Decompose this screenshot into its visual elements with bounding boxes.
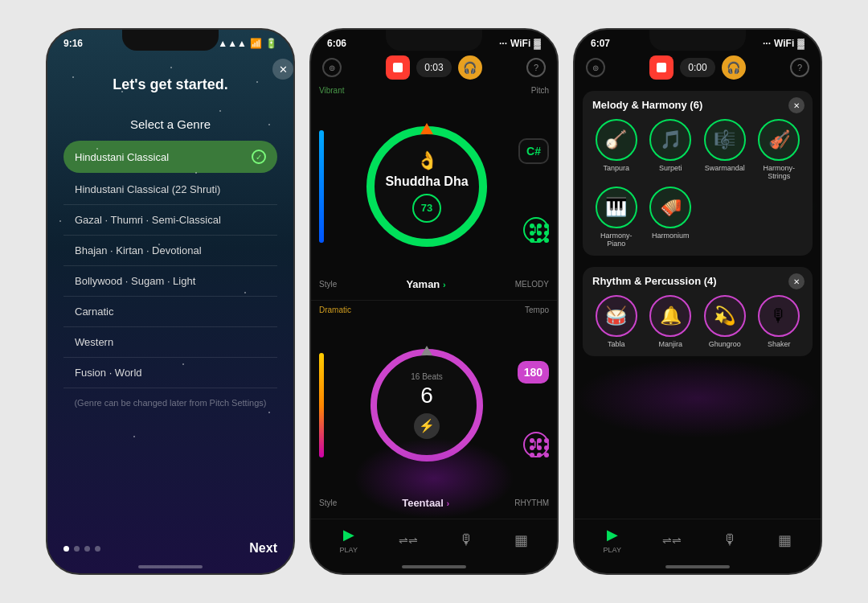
genre-item-gazal[interactable]: Gazal · Thumri · Semi-Classical [63, 205, 277, 236]
tanpura-label: Tanpura [603, 164, 629, 172]
rhythm-percussion-panel: Rhythm & Percussion (4) ✕ 🥁 Tabla 🔔 Manj… [583, 267, 813, 356]
instrument-harmony-piano[interactable]: 🎹 Harmony-Piano [592, 187, 641, 248]
manjira-label: Manjira [658, 340, 682, 348]
airplay-icon-3[interactable]: ⊚ [586, 58, 605, 77]
harmony-strings-circle: 🎻 [758, 119, 800, 161]
close-button[interactable]: ✕ [272, 59, 293, 80]
timer-badge-3: 0:00 [680, 58, 714, 77]
nav-mix[interactable]: ⇌⇌ [399, 534, 418, 547]
surpeti-label: Surpeti [659, 164, 682, 172]
rhythm-center: 16 Beats 6 ⚡ [329, 349, 525, 461]
genre-item-bollywood[interactable]: Bollywood · Sugam · Light [63, 266, 277, 297]
dot-3 [84, 546, 90, 552]
glow-purple [575, 358, 821, 438]
dot-2 [74, 546, 80, 552]
record-button-3[interactable] [649, 55, 674, 80]
next-button[interactable]: Next [249, 541, 277, 556]
genre-item-bhajan[interactable]: Bhajan · Kirtan · Devotional [63, 236, 277, 266]
genre-label-5: Carnatic [75, 306, 113, 318]
genre-label-6: Western [75, 336, 113, 348]
rhythm-panel-close[interactable]: ✕ [788, 273, 805, 289]
top-controls-3: ⊚ 0:00 🎧 ? [575, 52, 821, 86]
headphone-button[interactable]: 🎧 [458, 55, 482, 80]
pause-button-melody[interactable]: ⏸ [523, 217, 549, 243]
genre-item-hindustani-22[interactable]: Hindustani Classical (22 Shruti) [63, 174, 277, 205]
dramatic-label: Dramatic [319, 306, 549, 314]
genre-list: Hindustani Classical ✓ Hindustani Classi… [63, 141, 277, 388]
genre-item-fusion[interactable]: Fusion · World [63, 358, 277, 388]
genre-section-title: Select a Genre [130, 117, 211, 131]
battery-icon: 🔋 [265, 38, 277, 49]
swarmandal-label: Swarmandal [705, 164, 745, 172]
style-label-melody: Style [319, 280, 337, 289]
instrument-swarmandal[interactable]: 🎼 Swarmandal [701, 119, 749, 180]
rhythm-panel-title: Rhythm & Percussion (4) [592, 275, 803, 287]
nav-grid[interactable]: ▦ [514, 531, 528, 549]
genre-item-hindustani-classical[interactable]: Hindustani Classical ✓ [63, 141, 277, 173]
instrument-tabla[interactable]: 🥁 Tabla [592, 295, 641, 348]
dot-4 [95, 546, 100, 552]
manjira-circle: 🔔 [649, 295, 691, 337]
rhythm-ring[interactable]: 16 Beats 6 ⚡ [371, 349, 483, 461]
page-dots [63, 546, 100, 552]
harmony-strings-label: Harmony-Strings [755, 164, 804, 180]
home-bar-2 [402, 565, 466, 568]
genre-label-4: Bollywood · Sugam · Light [75, 275, 195, 287]
headphone-button-3[interactable]: 🎧 [722, 55, 746, 80]
vibrant-label: Vibrant [319, 86, 549, 95]
pitch-badge[interactable]: C# [518, 138, 549, 164]
help-button-3[interactable]: ? [790, 58, 809, 77]
instrument-tanpura[interactable]: 🪕 Tanpura [592, 119, 641, 180]
phone1-bottom: Next [47, 531, 293, 565]
time-1: 9:16 [63, 38, 83, 49]
nav-play-3[interactable]: ▶ PLAY [604, 526, 621, 554]
instrument-ghungroo[interactable]: 💫 Ghungroo [701, 295, 749, 348]
genre-item-western[interactable]: Western [63, 327, 277, 358]
melody-panel-close[interactable]: ✕ [788, 97, 805, 113]
record-nav-icon: 🎙 [459, 531, 473, 548]
record-button[interactable] [386, 55, 410, 80]
help-button[interactable]: ? [526, 58, 546, 77]
grid-icon-3: ▦ [778, 531, 792, 549]
nav-grid-3[interactable]: ▦ [778, 531, 792, 549]
dot-1 [63, 546, 69, 552]
airplay-icon[interactable]: ⊚ [322, 58, 342, 77]
record-inner [393, 63, 403, 72]
note-number: 73 [412, 194, 441, 223]
nav-mix-3[interactable]: ⇌⇌ [662, 534, 682, 547]
dramatic-slider[interactable] [319, 353, 324, 457]
nav-record[interactable]: 🎙 [459, 531, 473, 548]
time-3: 6:07 [591, 38, 610, 49]
play-label: PLAY [340, 546, 358, 554]
instrument-surpeti[interactable]: 🎵 Surpeti [647, 119, 695, 180]
melody-section-label: MELODY [515, 280, 549, 289]
tempo-label: Tempo [525, 306, 549, 314]
grid-icon: ▦ [514, 531, 528, 549]
vibrant-slider[interactable] [319, 130, 324, 243]
mix-icon-3: ⇌⇌ [662, 534, 682, 547]
phone2-main: Vibrant Pitch 👌 Shuddha Dha 73 C# [311, 86, 557, 519]
instrument-shaker[interactable]: 🎙 Shaker [755, 295, 804, 348]
beats-text: 16 Beats [411, 372, 442, 381]
pause-button-rhythm[interactable]: ⏸ [523, 432, 549, 457]
phone3-main: Melody & Harmony (6) ✕ 🪕 Tanpura 🎵 Surpe… [575, 86, 821, 519]
record-nav-icon-3: 🎙 [723, 531, 737, 548]
nav-play[interactable]: ▶ PLAY [340, 526, 358, 554]
wifi-icon-2: WiFi [510, 38, 530, 49]
shaker-label: Shaker [768, 340, 791, 348]
instrument-harmonium[interactable]: 🪗 Harmonium [647, 187, 695, 248]
tempo-badge[interactable]: 180 [518, 361, 549, 384]
genre-item-carnatic[interactable]: Carnatic [63, 297, 277, 327]
instrument-harmony-strings[interactable]: 🎻 Harmony-Strings [755, 119, 804, 180]
nav-record-3[interactable]: 🎙 [723, 531, 737, 548]
instrument-manjira[interactable]: 🔔 Manjira [647, 295, 695, 348]
chevron-right-rhythm: › [447, 498, 450, 508]
phone-3: 6:07 ··· WiFi ▓ ⊚ 0:00 🎧 ? Melody & Harm… [573, 28, 822, 575]
harmonium-label: Harmonium [652, 232, 690, 240]
melody-ring[interactable]: 👌 Shuddha Dha 73 [366, 126, 487, 247]
tabla-circle: 🥁 [596, 295, 637, 337]
rhythm-section: Dramatic Tempo 16 Beats 6 ⚡ 180 [311, 300, 557, 519]
status-icons-1: ▲▲▲ 📶 🔋 [218, 38, 277, 49]
melody-panel-title: Melody & Harmony (6) [592, 99, 803, 111]
top-controls-2: ⊚ 0:03 🎧 ? [311, 52, 557, 86]
